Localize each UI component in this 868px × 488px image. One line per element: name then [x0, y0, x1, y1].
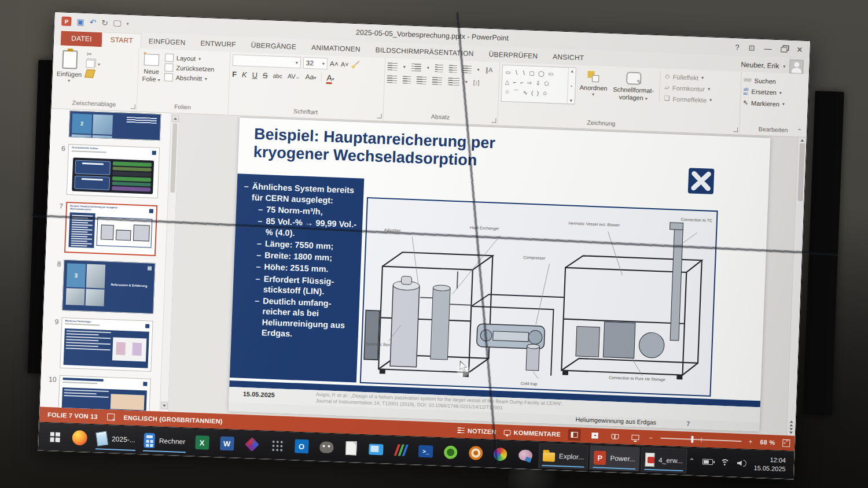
underline-button[interactable]: U: [252, 71, 258, 79]
decrease-indent-icon[interactable]: [435, 64, 443, 72]
taskbar-remote-apps[interactable]: [264, 433, 289, 459]
previous-slide-icon[interactable]: [790, 420, 793, 423]
volume-icon[interactable]: [737, 460, 746, 467]
italic-button[interactable]: K: [242, 70, 247, 79]
copy-button[interactable]: ▾: [86, 60, 101, 68]
taskbar-color-app[interactable]: [389, 438, 413, 463]
text-shadow-button[interactable]: abc: [273, 72, 283, 79]
dialog-launcher-icon[interactable]: [377, 114, 381, 119]
taskbar-word[interactable]: W: [215, 431, 239, 456]
find-button[interactable]: ⌾⌾Suchen: [744, 76, 776, 85]
thumbnail-slide-10[interactable]: 10: [43, 375, 161, 412]
zoom-level[interactable]: 68 %: [760, 438, 775, 446]
numbering-icon[interactable]: [411, 64, 421, 72]
start-button[interactable]: [43, 424, 67, 450]
normal-view-button[interactable]: [568, 429, 581, 441]
shape-outline-button[interactable]: ▱Formkontur▾: [664, 84, 712, 93]
slide-diagram[interactable]: Adsorber Heat Exchanger Hermetic Vessel …: [360, 197, 718, 397]
dialog-launcher-icon[interactable]: [491, 118, 496, 123]
scroll-up-icon[interactable]: [171, 114, 178, 122]
shrink-font-icon[interactable]: A˅: [341, 61, 349, 68]
shapes-gallery-scroll[interactable]: ▲▪▼: [567, 68, 576, 103]
fit-slide-icon[interactable]: [782, 439, 790, 446]
taskbar-green-app[interactable]: [439, 439, 463, 465]
ribbon-display-options-icon[interactable]: ⊡: [748, 43, 755, 52]
grow-font-icon[interactable]: A˄: [330, 60, 339, 68]
slide-title[interactable]: Beispiel: Hauptanreicherung per kryogene…: [253, 125, 555, 172]
minimize-icon[interactable]: —: [764, 44, 772, 53]
scrollbar-thumb[interactable]: [170, 123, 178, 193]
clear-formatting-icon[interactable]: 🧹: [351, 61, 360, 69]
next-slide-icon[interactable]: [789, 428, 793, 430]
taskbar-outlook[interactable]: O: [289, 434, 314, 459]
change-case-button[interactable]: Aa▾: [305, 73, 316, 82]
taskbar-clock[interactable]: 12:04 15.05.2025: [753, 455, 786, 474]
font-color-button[interactable]: A▾: [321, 73, 334, 83]
align-text-icon[interactable]: [↕]: [473, 79, 480, 86]
bold-button[interactable]: F: [232, 69, 237, 78]
increase-indent-icon[interactable]: [448, 65, 457, 73]
layout-button[interactable]: Layout▾: [165, 53, 215, 63]
help-icon[interactable]: ?: [735, 43, 740, 51]
slideshow-button[interactable]: [628, 431, 642, 443]
reset-button[interactable]: Zurücksetzen: [164, 63, 215, 73]
collapse-ribbon-icon[interactable]: ⌃: [797, 127, 803, 135]
tray-expand-icon[interactable]: ⌃: [689, 456, 695, 465]
bullets-icon[interactable]: [388, 62, 398, 71]
align-left-icon[interactable]: [387, 75, 397, 83]
taskbar-firefox[interactable]: [68, 425, 92, 450]
align-right-icon[interactable]: [417, 76, 426, 84]
columns-icon[interactable]: [448, 77, 459, 86]
taskbar-powerpoint-window[interactable]: PPower...: [589, 445, 639, 471]
taskbar-paint-app[interactable]: [513, 442, 538, 468]
tab-datei[interactable]: DATEI: [61, 31, 102, 47]
wifi-icon[interactable]: [720, 459, 730, 467]
section-button[interactable]: Abschnitt▾: [164, 73, 214, 83]
line-spacing-icon[interactable]: [462, 65, 471, 73]
spellcheck-icon[interactable]: [106, 413, 114, 420]
taskbar-excel[interactable]: X: [190, 430, 214, 456]
format-painter-button[interactable]: [86, 69, 100, 78]
tab-entwurf[interactable]: ENTWURF: [193, 36, 244, 52]
taskbar-powershell[interactable]: >_: [414, 438, 438, 464]
character-spacing-button[interactable]: AV↔: [288, 73, 300, 80]
reading-view-button[interactable]: [608, 430, 621, 442]
restore-icon[interactable]: [781, 47, 787, 52]
thumbnail-slide-5-partial[interactable]: 2: [54, 110, 171, 141]
arrange-button[interactable]: Anordnen▾: [578, 68, 610, 99]
dialog-launcher-icon[interactable]: [131, 104, 135, 109]
thumbnail-slide-7-selected[interactable]: 7 Beispiel: Hauptanreicherung per kryoge…: [49, 201, 167, 257]
scrollbar-thumb[interactable]: [797, 143, 805, 201]
zoom-slider[interactable]: [660, 438, 741, 442]
notes-button[interactable]: NOTIZEN: [458, 427, 496, 435]
scroll-down-icon[interactable]: [160, 402, 167, 409]
dialog-launcher-icon[interactable]: [733, 127, 738, 132]
quick-styles-button[interactable]: Schnellformat- vorlagen ▾: [610, 69, 656, 103]
slide-sorter-view-button[interactable]: [588, 430, 601, 442]
shape-effects-button[interactable]: ❏Formeffekte▾: [664, 95, 712, 104]
shape-fill-button[interactable]: ◇Fülleffekt▾: [665, 73, 713, 82]
taskbar-pdf-window[interactable]: 4_erw...: [641, 447, 687, 473]
language-indicator[interactable]: ENGLISCH (GROßBRITANNIEN): [123, 414, 222, 425]
close-icon[interactable]: ✕: [796, 45, 803, 54]
replace-button[interactable]: abacErsetzen▾: [743, 87, 782, 97]
select-button[interactable]: ⇖Markieren▾: [743, 99, 785, 108]
zoom-in-icon[interactable]: +: [749, 438, 753, 445]
zoom-out-icon[interactable]: −: [649, 434, 653, 441]
thumbnail-slide-9[interactable]: 9 Membrane Technologie: [45, 317, 163, 372]
taskbar-app-cube[interactable]: [240, 432, 264, 457]
taskbar-orange-app[interactable]: [464, 441, 488, 466]
strikethrough-button[interactable]: S: [263, 71, 268, 79]
taskbar-gimp[interactable]: [314, 435, 339, 460]
slide-text-box[interactable]: Ähnliches System bereits für CERN ausgel…: [230, 173, 364, 382]
slide-canvas[interactable]: Beispiel: Hauptanreicherung per kryogene…: [229, 117, 771, 431]
text-direction-icon[interactable]: ∥A: [485, 66, 492, 74]
tab-start[interactable]: START: [102, 32, 141, 49]
thumbnail-slide-6[interactable]: 6 Grundsätzlicher Aufbau: [52, 143, 170, 199]
taskbar-calculator[interactable]: Rechner: [140, 428, 189, 454]
taskbar-notepad[interactable]: 2025-...: [93, 426, 139, 452]
taskbar-explorer-window[interactable]: Explor...: [538, 443, 589, 469]
align-center-icon[interactable]: [403, 76, 411, 84]
taskbar-snipping-tool[interactable]: [364, 437, 388, 462]
shapes-gallery[interactable]: ▭ ∖ ∖ ▢ ◯ ▭△ ⌐ ⌐ ⇨ ⇩ ⬠☆ ⌒ ∿ ( ) ✩ ▲▪▼: [501, 65, 576, 105]
